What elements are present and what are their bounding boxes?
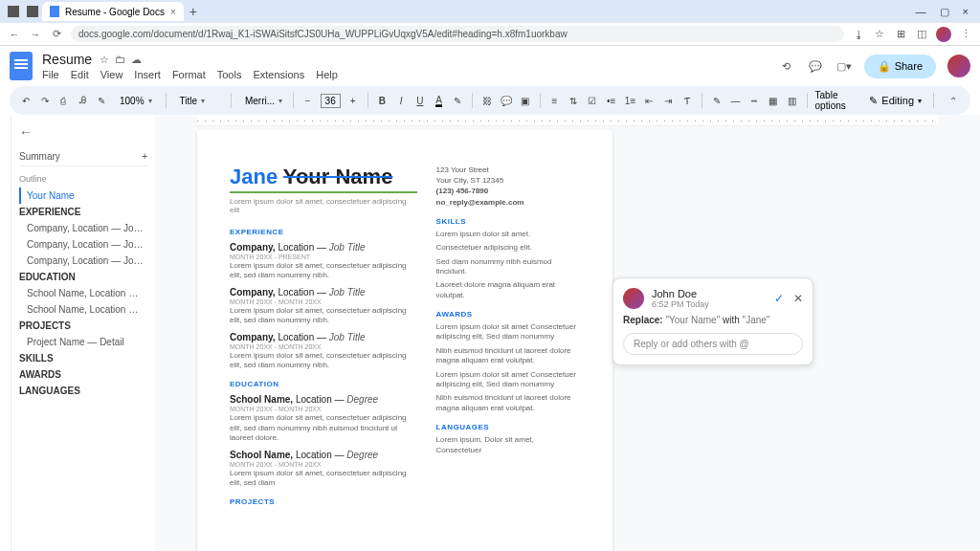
zoom-select[interactable]: 100% xyxy=(114,94,158,108)
entry-title[interactable]: School Name, Location — Degree xyxy=(230,394,417,405)
awards-line[interactable]: Nibh euismod tincidunt ut laoreet dolore… xyxy=(436,346,580,366)
font-select[interactable]: Merri... xyxy=(239,94,285,108)
entry-title[interactable]: School Name, Location — Degree xyxy=(230,450,417,460)
account-avatar[interactable] xyxy=(947,55,970,77)
section-experience[interactable]: EXPERIENCE xyxy=(230,228,417,236)
menu-extensions[interactable]: Extensions xyxy=(253,69,304,80)
entry-date[interactable]: MONTH 20XX - MONTH 20XX xyxy=(230,343,417,350)
outline-item[interactable]: LANGUAGES xyxy=(19,383,147,399)
section-education[interactable]: EDUCATION xyxy=(230,380,417,388)
resume-subtitle[interactable]: Lorem ipsum dolor sit amet, consectetuer… xyxy=(230,197,417,214)
url-input[interactable]: docs.google.com/document/d/1Rwaj_K1-iSWA… xyxy=(71,26,844,42)
highlight-icon[interactable]: ✎ xyxy=(452,93,465,108)
outline-summary-label[interactable]: Summary xyxy=(19,151,60,162)
increase-font-icon[interactable]: + xyxy=(346,93,360,108)
cell-bg-icon[interactable]: ▦ xyxy=(767,93,780,108)
app-tab-icon[interactable] xyxy=(8,6,19,17)
close-window-icon[interactable]: × xyxy=(963,6,969,18)
outline-item[interactable]: EXPERIENCE xyxy=(19,204,147,220)
section-awards[interactable]: AWARDS xyxy=(436,310,580,319)
checklist-icon[interactable]: ☑ xyxy=(586,93,599,108)
share-button[interactable]: 🔒 Share xyxy=(864,55,936,78)
outline-item[interactable]: Project Name — Detail xyxy=(19,334,147,350)
merge-cells-icon[interactable]: ▥ xyxy=(786,93,799,108)
bold-icon[interactable]: B xyxy=(375,93,389,108)
insert-image-icon[interactable]: ▣ xyxy=(519,93,532,108)
menu-insert[interactable]: Insert xyxy=(134,69,161,80)
entry-title[interactable]: Company, Location — Job Title xyxy=(230,287,417,298)
sidepanel-icon[interactable]: ◫ xyxy=(915,28,928,41)
section-skills[interactable]: SKILLS xyxy=(436,217,580,226)
link-icon[interactable]: ⛓ xyxy=(480,93,494,108)
accept-suggestion-icon[interactable]: ✓ xyxy=(774,292,784,305)
forward-icon[interactable]: → xyxy=(29,28,42,41)
profile-avatar[interactable] xyxy=(936,27,951,42)
table-options[interactable]: Table options xyxy=(815,90,864,111)
entry-body[interactable]: Lorem ipsum dolor sit amet, consectetuer… xyxy=(230,306,417,326)
menu-help[interactable]: Help xyxy=(316,69,338,80)
entry-date[interactable]: MONTH 20XX - PRESENT xyxy=(230,253,417,260)
entry-title[interactable]: Company, Location — Job Title xyxy=(230,332,417,342)
skills-line[interactable]: Consectetuer adipiscing elit. xyxy=(436,243,580,253)
entry-date[interactable]: MONTH 20XX - MONTH 20XX xyxy=(230,298,417,305)
entry-title[interactable]: Company, Location — Job Title xyxy=(230,242,417,253)
underline-icon[interactable]: U xyxy=(413,93,427,108)
skills-line[interactable]: Lorem ipsum dolor sit amet. xyxy=(436,230,580,239)
docs-logo[interactable] xyxy=(10,52,33,80)
app-tab-icon[interactable] xyxy=(27,6,38,17)
install-icon[interactable]: ⭳ xyxy=(852,28,865,41)
entry-body[interactable]: Lorem ipsum dolor sit amet, consectetuer… xyxy=(230,469,417,489)
outline-item[interactable]: AWARDS xyxy=(19,366,147,383)
print-icon[interactable]: ⎙ xyxy=(57,93,71,108)
reply-input[interactable]: Reply or add others with @ xyxy=(623,333,803,355)
meet-icon[interactable]: ▢▾ xyxy=(835,57,853,75)
minimize-icon[interactable]: — xyxy=(916,6,926,18)
contact-block[interactable]: 123 Your Street Your City, ST 12345 (123… xyxy=(436,165,580,208)
font-size-input[interactable]: 36 xyxy=(321,94,341,108)
page[interactable]: Jane Your Name Lorem ipsum dolor sit ame… xyxy=(197,130,612,551)
extensions-icon[interactable]: ⊞ xyxy=(894,28,907,41)
new-tab-button[interactable]: + xyxy=(189,4,197,19)
entry-body[interactable]: Lorem ipsum dolor sit amet, consectetuer… xyxy=(230,413,417,443)
outline-item[interactable]: PROJECTS xyxy=(19,318,147,334)
outline-item[interactable]: EDUCATION xyxy=(19,269,147,285)
redo-icon[interactable]: ↷ xyxy=(38,93,52,108)
cloud-status-icon[interactable]: ☁ xyxy=(131,54,142,66)
languages-body[interactable]: Lorem ipsum, Dolor sit amet, Consectetue… xyxy=(436,435,580,455)
move-icon[interactable]: 🗀 xyxy=(115,54,125,66)
active-tab[interactable]: Resume - Google Docs × xyxy=(42,2,184,21)
bullet-list-icon[interactable]: •≡ xyxy=(605,93,618,108)
decrease-indent-icon[interactable]: ⇤ xyxy=(642,93,656,108)
mode-select[interactable]: ✎ Editing ▾ xyxy=(869,95,922,107)
numbered-list-icon[interactable]: 1≡ xyxy=(624,93,637,108)
section-projects[interactable]: PROJECTS xyxy=(230,497,417,506)
document-title[interactable]: Resume xyxy=(42,52,92,67)
entry-date[interactable]: MONTH 20XX - MONTH 20XX xyxy=(230,406,417,412)
outline-item[interactable]: Company, Location — Job Title xyxy=(19,236,147,253)
horizontal-ruler[interactable] xyxy=(197,115,938,126)
back-icon[interactable]: ← xyxy=(8,28,21,41)
awards-line[interactable]: Lorem ipsum dolor sit amet Consectetuer … xyxy=(436,370,580,390)
outline-item[interactable]: School Name, Location — Degr... xyxy=(19,301,147,318)
menu-tools[interactable]: Tools xyxy=(217,69,242,80)
clear-format-icon[interactable]: Ƭ xyxy=(680,93,694,108)
style-select[interactable]: Title xyxy=(173,94,223,108)
menu-file[interactable]: File xyxy=(42,69,59,80)
add-summary-icon[interactable]: + xyxy=(142,151,147,162)
star-icon[interactable]: ☆ xyxy=(100,54,109,66)
resume-name[interactable]: Jane Your Name xyxy=(230,165,417,193)
outline-item[interactable]: Company, Location — Job Title xyxy=(19,220,147,236)
entry-date[interactable]: MONTH 20XX - MONTH 20XX xyxy=(230,461,417,468)
reject-suggestion-icon[interactable]: ✕ xyxy=(793,292,803,305)
menu-edit[interactable]: Edit xyxy=(71,69,89,80)
history-icon[interactable]: ⟲ xyxy=(778,57,795,75)
skills-line[interactable]: Laoreet dolore magna aliquam erat volutp… xyxy=(436,280,580,300)
suggestion-card[interactable]: John Doe 6:52 PM Today ✓ ✕ Replace: "You… xyxy=(612,277,813,365)
awards-line[interactable]: Lorem ipsum dolor sit amet Consectetuer … xyxy=(436,322,580,342)
skills-line[interactable]: Sed diam nonummy nibh euismod tincidunt. xyxy=(436,257,580,277)
italic-icon[interactable]: I xyxy=(394,93,408,108)
bookmark-icon[interactable]: ☆ xyxy=(873,28,886,41)
outline-item[interactable]: School Name, Location — Degr... xyxy=(19,285,147,301)
menu-view[interactable]: View xyxy=(100,69,123,80)
reload-icon[interactable]: ⟳ xyxy=(50,28,63,41)
